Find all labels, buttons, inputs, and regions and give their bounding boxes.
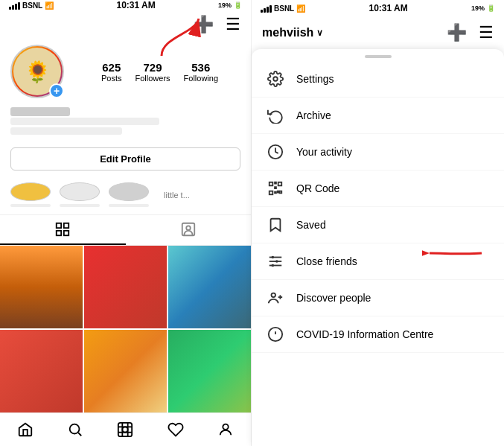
menu-label-saved: Saved: [296, 219, 326, 231]
battery-left: 19% 🔋: [218, 1, 242, 9]
nav-heart[interactable]: [159, 413, 192, 446]
menu-item-archive[interactable]: Archive: [252, 98, 504, 134]
profile-tabs-left: [0, 214, 251, 246]
menu-button-right[interactable]: ☰: [479, 23, 494, 42]
sheet-handle: [365, 55, 392, 58]
menu-label-close-friends: Close friends: [296, 255, 357, 267]
svg-point-26: [272, 293, 276, 298]
signal-icon-right: [261, 4, 272, 13]
menu-label-qr-code: QR Code: [296, 182, 339, 194]
svg-rect-4: [64, 231, 68, 235]
profile-name-blur: [10, 107, 70, 116]
highlight-1[interactable]: [10, 182, 51, 207]
tab-tagged-left[interactable]: [126, 215, 252, 245]
nav-reels[interactable]: [109, 413, 141, 446]
menu-item-discover-people[interactable]: Discover people: [252, 280, 504, 316]
status-carrier-right: BSNL 📶: [261, 4, 305, 13]
activity-icon: [267, 143, 284, 161]
battery-percent-left: 19%: [218, 1, 232, 9]
avatar-left: 🌻 +: [10, 45, 64, 98]
stat-posts-left: 625 Posts: [101, 61, 122, 83]
menu-item-saved[interactable]: Saved: [252, 207, 504, 243]
header-icons-left: ➕ ☰: [194, 15, 240, 34]
status-bar-right: BSNL 📶 10:31 AM 19% 🔋: [252, 0, 504, 16]
carrier-left: BSNL: [22, 1, 42, 10]
status-bar-left: BSNL 📶 10:31 AM 19% 🔋: [0, 0, 251, 10]
tab-grid-left[interactable]: [0, 215, 126, 245]
signal-icon: [9, 1, 20, 10]
menu-item-covid-info[interactable]: COVID-19 Information Centre: [252, 316, 504, 353]
menu-item-your-activity[interactable]: Your activity: [252, 134, 504, 171]
wifi-icon: 📶: [45, 1, 54, 10]
menu-button-left[interactable]: ☰: [226, 15, 240, 34]
close-friends-icon: [267, 252, 284, 270]
grid-cell-2[interactable]: [84, 246, 167, 328]
highlight-circle-3: [109, 182, 149, 201]
svg-point-25: [272, 264, 275, 267]
grid-cell-3[interactable]: [168, 246, 251, 328]
edit-profile-button[interactable]: Edit Profile: [10, 147, 240, 171]
highlight-label-2: [60, 204, 100, 207]
following-label-left: Following: [184, 74, 218, 83]
followers-label-left: Followers: [135, 74, 170, 83]
profile-header-right: mehviish ∨ ➕ ☰: [252, 16, 504, 49]
profile-header-left: ➕ ☰: [0, 10, 251, 39]
menu-item-close-friends[interactable]: Close friends: [252, 243, 504, 280]
svg-rect-17: [269, 182, 273, 186]
nav-home[interactable]: [9, 413, 42, 446]
battery-icon-right: 🔋: [487, 4, 495, 12]
menu-item-qr-code[interactable]: QR Code: [252, 171, 504, 207]
add-post-button[interactable]: ➕: [194, 15, 214, 34]
profile-info-left: 🌻 + 625 Posts 729 Followers 536 Followin…: [0, 39, 251, 104]
svg-point-15: [273, 77, 278, 81]
menu-label-covid-info: COVID-19 Information Centre: [296, 328, 433, 340]
bio-line2: [10, 127, 122, 135]
posts-label-left: Posts: [101, 74, 122, 83]
username-right: mehviish ∨: [262, 26, 323, 39]
grid-cell-6[interactable]: [168, 330, 251, 412]
highlight-label-3: [109, 204, 149, 207]
svg-point-14: [223, 424, 229, 430]
chevron-down-icon: ∨: [316, 28, 323, 38]
following-count-left: 536: [191, 61, 210, 74]
menu-label-discover-people: Discover people: [296, 292, 371, 304]
svg-point-6: [186, 226, 191, 230]
highlight-2[interactable]: [60, 182, 100, 207]
saved-icon: [267, 216, 284, 234]
discover-people-icon: [267, 289, 284, 307]
status-carrier-left: BSNL 📶: [9, 1, 54, 10]
battery-right: 19% 🔋: [471, 4, 495, 12]
bottom-nav-left: [0, 412, 251, 446]
grid-cell-5[interactable]: [84, 330, 167, 412]
qr-code-icon: [267, 179, 284, 197]
highlight-label-text: little t...: [164, 182, 190, 207]
covid-info-icon: [267, 325, 284, 343]
menu-label-archive: Archive: [296, 109, 331, 121]
grid-cell-1[interactable]: [0, 246, 83, 328]
avatar-add-story-left[interactable]: +: [49, 83, 64, 98]
highlight-3[interactable]: [109, 182, 149, 207]
highlights-left: little t...: [0, 175, 251, 214]
nav-search[interactable]: [59, 413, 92, 446]
left-panel: BSNL 📶 10:31 AM 19% 🔋 ➕ ☰: [0, 0, 252, 446]
nav-profile[interactable]: [209, 413, 242, 446]
stat-followers-left: 729 Followers: [135, 61, 170, 83]
svg-point-9: [123, 427, 128, 432]
highlight-label-1: [10, 204, 51, 207]
archive-icon: [267, 106, 284, 124]
wifi-icon-right: 📶: [296, 4, 305, 13]
svg-rect-8: [118, 423, 132, 436]
grid-cell-4[interactable]: [0, 330, 83, 412]
svg-rect-3: [57, 231, 61, 235]
battery-icon-left: 🔋: [234, 1, 242, 9]
svg-rect-19: [269, 191, 273, 195]
svg-rect-18: [278, 182, 282, 186]
menu-item-settings[interactable]: Settings: [252, 61, 504, 98]
stat-following-left: 536 Following: [184, 61, 218, 83]
carrier-right: BSNL: [274, 4, 294, 13]
right-panel: BSNL 📶 10:31 AM 19% 🔋 mehviish ∨ ➕ ☰ 🌻 +: [252, 0, 504, 446]
time-right: 10:31 AM: [369, 3, 407, 13]
menu-label-settings: Settings: [296, 73, 334, 85]
stats-container-left: 625 Posts 729 Followers 536 Following: [79, 61, 240, 83]
add-post-button-right[interactable]: ➕: [447, 23, 467, 42]
